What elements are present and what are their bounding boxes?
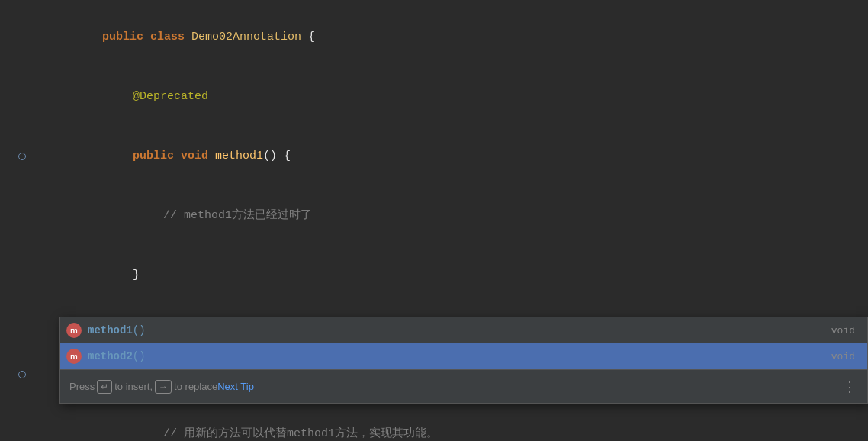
line-content-5: } [38,246,140,305]
fn-method1: method1 [215,150,263,163]
press-text: Press [69,381,95,392]
line-content-2: @Deprecated [38,67,208,127]
comment-1: // method1方法已经过时了 [163,209,312,222]
line-content-1: public class Demo02Annotation { [38,8,315,67]
method2-return-type: void [831,351,861,362]
kw-public-3: public [133,150,181,163]
autocomplete-method2-name: method2() [88,350,831,362]
autocomplete-item-method1[interactable]: m method1() void [60,317,867,343]
code-line-9: // 用新的方法可以代替method1方法，实现其功能。 [0,404,868,441]
method1-parens: () [133,324,146,336]
insert-key-icon: ↵ [97,380,112,394]
code-line-2: @Deprecated [0,67,868,127]
method1-return-type: void [831,325,861,336]
to-replace-text: to replace [174,381,217,392]
method-icon-1: m [66,323,82,338]
code-area: public class Demo02Annotation { @Depreca… [0,0,868,441]
autocomplete-popup: m method1() void m method2() void Press … [59,317,868,404]
line-content-9: // 用新的方法可以代替method1方法，实现其功能。 [38,404,438,441]
line-content-3: public void method1() { [38,127,291,186]
keyword-public: public [102,31,150,43]
replace-key-icon: → [155,380,172,394]
code-line-1: public class Demo02Annotation { [0,8,868,67]
method1-suffix: 1 [126,324,132,336]
to-insert-text: to insert, [114,381,153,392]
gutter-dot-8 [18,371,26,378]
brace-close-5: } [133,269,140,282]
parens-3: () { [263,150,291,163]
code-editor: public class Demo02Annotation { @Depreca… [0,0,868,441]
kw-void-3: void [181,150,215,163]
method2-prefix: method [88,350,126,362]
comment-2: // 用新的方法可以代替method1方法，实现其功能。 [163,427,438,440]
keyword-class: class [150,31,191,43]
gutter-8 [0,371,38,378]
method-icon-2: m [66,349,82,364]
gutter-dot-3 [18,153,26,160]
autocomplete-method1-name: method1() [88,324,831,336]
method2-parens: () [133,350,146,362]
autocomplete-item-method2[interactable]: m method2() void [60,343,867,369]
code-line-5: } [0,246,868,305]
annotation-deprecated: @Deprecated [133,90,208,103]
line-content-4: // method1方法已经过时了 [38,186,312,246]
gutter-3 [0,153,38,160]
next-tip-link[interactable]: Next Tip [217,381,254,392]
more-options-icon[interactable]: ⋮ [843,378,858,395]
brace-open: { [301,31,315,43]
method1-prefix: method [88,324,126,336]
code-line-3: public void method1() { [0,127,868,186]
code-line-4: // method1方法已经过时了 [0,186,868,246]
method2-suffix: 2 [126,350,132,362]
autocomplete-status-bar: Press ↵ to insert, → to replace Next Tip… [60,369,867,403]
class-name: Demo02Annotation [191,31,301,43]
